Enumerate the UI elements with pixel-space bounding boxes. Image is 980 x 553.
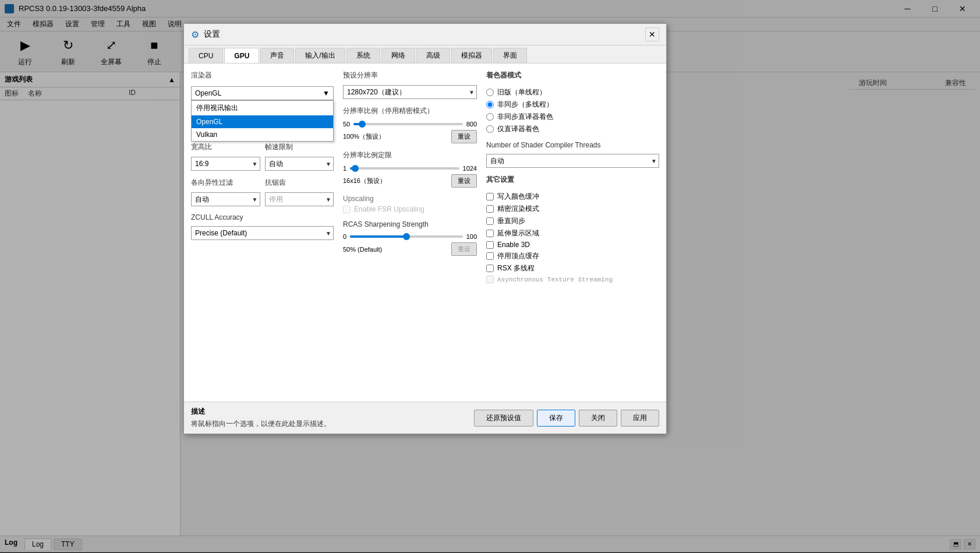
msaa-select[interactable]: 停用 [265, 192, 334, 206]
cb-disable-vertex-input[interactable] [486, 252, 494, 260]
renderer-section: 渲染器 OpenGL ▼ 停用视讯输出 OpenGL Vulkan [191, 71, 334, 100]
reset-defaults-button[interactable]: 还原预设值 [474, 410, 533, 427]
apply-button[interactable]: 应用 [621, 410, 659, 427]
desc-label: 描述 [191, 407, 474, 417]
cb-stretch-display-input[interactable] [486, 230, 494, 237]
scale-limit-center-row: 16x16（预设） 重设 [343, 174, 477, 188]
dialog-title-bar: ⚙ 设置 ✕ [184, 24, 666, 45]
renderer-dropdown-btn[interactable]: OpenGL ▼ [191, 86, 334, 100]
shader-threads-select[interactable]: 自动 [486, 154, 659, 168]
cb-rsx-multithread[interactable]: RSX 多线程 [486, 263, 659, 273]
frame-limit-select[interactable]: 自动 [265, 157, 334, 171]
scale-slider-track[interactable] [353, 123, 462, 125]
scale-slider-thumb[interactable] [359, 121, 366, 128]
zcull-label: ZCULL Accuracy [191, 213, 334, 221]
tab-network[interactable]: 网络 [381, 48, 415, 63]
cb-disable-vertex[interactable]: 停用顶点缓存 [486, 251, 659, 261]
cb-async-texture-label: Asynchronous Texture Streaming [497, 276, 613, 283]
cb-stretch-display[interactable]: 延伸显示区域 [486, 228, 659, 238]
tab-gpu[interactable]: GPU [224, 48, 259, 63]
fsr-label: Enable FSR Upscaling [354, 205, 424, 213]
aniso-select[interactable]: 自动 [191, 192, 260, 206]
cb-vsync-input[interactable] [486, 217, 494, 225]
rcas-center-row: 50% (Default) 重设 [343, 242, 477, 256]
scale-limit-slider-track[interactable] [350, 167, 459, 170]
rcas-reset-button[interactable]: 重设 [451, 242, 477, 256]
renderer-opt-vulkan[interactable]: Vulkan [192, 128, 333, 141]
settings-icon: ⚙ [191, 29, 199, 40]
desc-text: 将鼠标指向一个选项，以便在此处显示描述。 [191, 419, 474, 429]
radio-async-multi[interactable]: 非同步（多线程） [486, 100, 659, 110]
rcas-slider-thumb[interactable] [403, 233, 410, 240]
settings-dialog: ⚙ 设置 ✕ CPU GPU 声音 输入/输出 系统 网络 高级 模拟器 界面 … [183, 23, 667, 434]
renderer-dropdown-arrow: ▼ [323, 89, 330, 97]
tab-advanced[interactable]: 高级 [416, 48, 450, 63]
cb-async-texture-input[interactable] [486, 276, 494, 283]
rcas-value: 50% (Default) [343, 246, 382, 253]
shader-threads-label: Number of Shader Compiler Threads [486, 141, 659, 149]
right-column: 着色器模式 旧版（单线程） 非同步（多线程） 非同步直译器着色 [486, 71, 659, 395]
shader-threads-group: Number of Shader Compiler Threads 自动 ▼ [486, 141, 659, 168]
scale-limit-reset-button[interactable]: 重设 [451, 174, 477, 188]
frame-limit-dropdown-wrapper: 自动 ▼ [265, 157, 334, 171]
tab-sound[interactable]: 声音 [260, 48, 294, 63]
save-button[interactable]: 保存 [537, 410, 575, 427]
aspect-ratio-select[interactable]: 16:9 [191, 157, 260, 171]
renderer-opt-disabled[interactable]: 停用视讯输出 [192, 101, 333, 115]
resolution-group: 预设分辨率 1280x720（建议） ▼ [343, 71, 477, 99]
tab-cpu[interactable]: CPU [189, 48, 223, 63]
radio-async-recompiler-input[interactable] [486, 113, 494, 121]
shader-mode-section: 着色器模式 旧版（单线程） 非同步（多线程） 非同步直译器着色 [486, 71, 659, 134]
cb-enable-3d[interactable]: Enable 3D [486, 241, 659, 249]
radio-async-recompiler[interactable]: 非同步直译器着色 [486, 112, 659, 122]
rcas-slider-track[interactable] [350, 235, 463, 238]
aspect-ratio-group: 宽高比 16:9 ▼ [191, 142, 260, 171]
other-settings-title: 其它设置 [486, 175, 659, 185]
left-column: 渲染器 OpenGL ▼ 停用视讯输出 OpenGL Vulkan [191, 71, 334, 395]
tab-system[interactable]: 系统 [346, 48, 380, 63]
aspect-label: 宽高比 [191, 142, 260, 152]
radio-recompiler-only[interactable]: 仅直译器着色 [486, 124, 659, 134]
msaa-group: 抗锯齿 停用 ▼ [265, 178, 334, 206]
radio-legacy-input[interactable] [486, 89, 494, 96]
tab-io[interactable]: 输入/输出 [295, 48, 345, 63]
dialog-body: 渲染器 OpenGL ▼ 停用视讯输出 OpenGL Vulkan [184, 64, 666, 401]
radio-recompiler-only-input[interactable] [486, 125, 494, 133]
close-dialog-button[interactable]: 关闭 [579, 410, 617, 427]
dialog-title: 设置 [204, 29, 220, 40]
fsr-checkbox[interactable] [343, 206, 351, 213]
cb-rsx-multithread-input[interactable] [486, 265, 494, 272]
other-settings-section: 其它设置 写入颜色缓冲 精密渲染模式 垂直同步 [486, 175, 659, 283]
zcull-select[interactable]: Precise (Default) [191, 226, 334, 240]
scale-limit-slider-thumb[interactable] [352, 165, 359, 172]
dialog-close-button[interactable]: ✕ [645, 27, 659, 41]
scale-reset-button[interactable]: 重设 [451, 130, 477, 143]
resolution-select[interactable]: 1280x720（建议） [343, 85, 477, 99]
cb-stretch-display-label: 延伸显示区域 [497, 228, 539, 238]
aniso-msaa-row: 各向异性过滤 自动 ▼ 抗锯齿 停用 ▼ [191, 178, 334, 206]
cb-vsync[interactable]: 垂直同步 [486, 216, 659, 226]
cb-enable-3d-input[interactable] [486, 241, 494, 249]
cb-precise-render[interactable]: 精密渲染模式 [486, 204, 659, 214]
tab-emulator[interactable]: 模拟器 [451, 48, 492, 63]
renderer-opt-opengl[interactable]: OpenGL [192, 115, 333, 128]
frame-limit-label: 帧速限制 [265, 142, 334, 152]
cb-write-color[interactable]: 写入颜色缓冲 [486, 192, 659, 202]
scale-limit-slider-area: 分辨率比例定限 1 1024 16x16（预设） 重设 [343, 150, 477, 188]
radio-async-multi-input[interactable] [486, 101, 494, 108]
checkbox-group: 写入颜色缓冲 精密渲染模式 垂直同步 延伸显示区域 [486, 192, 659, 283]
renderer-label: 渲染器 [191, 71, 334, 80]
radio-legacy-label: 旧版（单线程） [497, 87, 546, 97]
cb-write-color-input[interactable] [486, 193, 494, 200]
cb-precise-render-input[interactable] [486, 205, 494, 213]
cb-precise-render-label: 精密渲染模式 [497, 204, 539, 214]
frame-limit-group: 帧速限制 自动 ▼ [265, 142, 334, 171]
radio-legacy[interactable]: 旧版（单线程） [486, 87, 659, 97]
aspect-dropdown-wrapper: 16:9 ▼ [191, 157, 260, 171]
fsr-checkbox-item: Enable FSR Upscaling [343, 205, 477, 213]
dialog-tabs: CPU GPU 声音 输入/输出 系统 网络 高级 模拟器 界面 [184, 45, 666, 64]
resolution-dropdown-wrapper: 1280x720（建议） ▼ [343, 85, 477, 99]
cb-write-color-label: 写入颜色缓冲 [497, 192, 539, 202]
scale-slider-area: 分辨率比例（停用精密模式） 50 800 100%（预设） 重设 [343, 106, 477, 143]
tab-interface[interactable]: 界面 [493, 48, 527, 63]
